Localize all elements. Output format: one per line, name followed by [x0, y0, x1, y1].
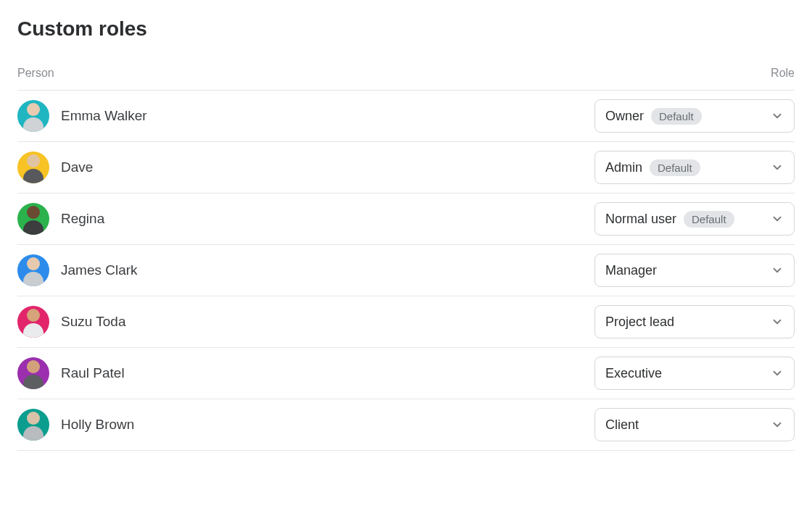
table-row: Raul Patel Executive Default	[17, 347, 795, 399]
chevron-down-icon	[771, 264, 784, 277]
person-cell: Raul Patel	[17, 357, 125, 389]
table-row: Suzu Toda Project lead Default	[17, 296, 795, 347]
role-select[interactable]: Executive Default	[594, 357, 795, 390]
role-select[interactable]: Normal user Default	[594, 202, 795, 236]
person-cell: Holly Brown	[17, 409, 134, 441]
table-row: James Clark Manager Default	[17, 244, 795, 296]
person-name: Raul Patel	[61, 365, 125, 381]
avatar	[17, 254, 49, 286]
roles-table: Person Role Emma Walker Owner Default	[17, 67, 795, 451]
table-header-row: Person Role	[17, 67, 795, 91]
page-title: Custom roles	[17, 17, 795, 41]
person-name: Emma Walker	[61, 108, 147, 124]
role-label: Project lead	[605, 315, 674, 330]
avatar	[17, 357, 49, 389]
role-label: Admin	[605, 160, 642, 175]
role-select[interactable]: Client Default	[594, 408, 795, 441]
chevron-down-icon	[771, 315, 784, 328]
default-badge: Default	[651, 108, 702, 125]
chevron-down-icon	[771, 212, 784, 225]
person-cell: Dave	[17, 151, 93, 183]
avatar	[17, 151, 49, 183]
avatar	[17, 203, 49, 235]
chevron-down-icon	[771, 109, 784, 122]
avatar	[17, 306, 49, 338]
table-row: Regina Normal user Default	[17, 193, 795, 244]
chevron-down-icon	[771, 418, 784, 431]
role-select[interactable]: Manager Default	[594, 254, 795, 287]
role-select[interactable]: Project lead Default	[594, 305, 795, 338]
table-row: Dave Admin Default	[17, 141, 795, 193]
table-row: Emma Walker Owner Default	[17, 91, 795, 141]
default-badge: Default	[650, 159, 700, 176]
avatar	[17, 100, 49, 132]
person-cell: Regina	[17, 203, 104, 235]
column-header-person: Person	[17, 67, 54, 80]
avatar	[17, 409, 49, 441]
person-cell: Suzu Toda	[17, 306, 125, 338]
role-label: Manager	[605, 263, 657, 278]
person-name: Suzu Toda	[61, 314, 125, 330]
column-header-role: Role	[771, 67, 795, 80]
role-label: Owner	[605, 109, 644, 124]
role-select[interactable]: Admin Default	[594, 151, 795, 184]
default-badge: Default	[684, 211, 734, 228]
person-name: Regina	[61, 211, 104, 227]
role-label: Client	[605, 417, 639, 433]
person-name: Dave	[61, 159, 93, 175]
person-cell: Emma Walker	[17, 100, 147, 132]
person-name: James Clark	[61, 262, 138, 278]
chevron-down-icon	[771, 367, 784, 380]
person-name: Holly Brown	[61, 417, 134, 433]
role-label: Executive	[605, 366, 662, 381]
role-select[interactable]: Owner Default	[594, 99, 795, 133]
person-cell: James Clark	[17, 254, 138, 286]
table-row: Holly Brown Client Default	[17, 399, 795, 450]
chevron-down-icon	[771, 161, 784, 174]
role-label: Normal user	[605, 212, 676, 227]
